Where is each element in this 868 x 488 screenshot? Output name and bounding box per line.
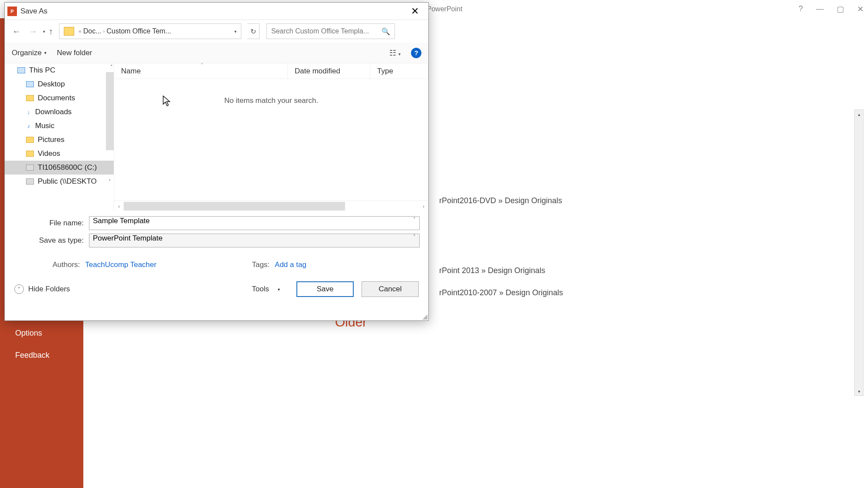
breadcrumb-seg[interactable]: Doc... xyxy=(83,27,102,35)
dialog-fields: File name: Sample Template ˅ Save as typ… xyxy=(5,211,428,256)
file-list-hscrollbar[interactable]: ‹ › xyxy=(114,201,428,211)
savetype-label: Save as type: xyxy=(11,236,89,245)
breadcrumb-guillemet[interactable]: « xyxy=(79,28,82,34)
hide-folders-button[interactable]: ˄ Hide Folders xyxy=(14,284,70,294)
chevron-down-icon[interactable]: ˅ xyxy=(108,179,111,185)
column-name-label: Name xyxy=(121,67,141,76)
authors-value[interactable]: TeachUcomp Teacher xyxy=(85,260,156,269)
recent-path[interactable]: rPoint 2013 » Design Originals xyxy=(439,266,851,275)
filename-label: File name: xyxy=(11,219,89,228)
scroll-down-icon[interactable]: ▾ xyxy=(855,387,863,396)
tree-label: This PC xyxy=(29,66,55,75)
sort-asc-icon: ˄ xyxy=(201,63,203,67)
help-button[interactable]: ? xyxy=(411,48,421,58)
tree-scroll-up-icon[interactable]: ˄ xyxy=(110,64,113,70)
scroll-thumb[interactable] xyxy=(124,202,345,211)
view-options-button[interactable]: ☷ ▾ xyxy=(389,48,401,58)
tree-item-videos[interactable]: Videos xyxy=(5,147,114,161)
chevron-up-icon: ˄ xyxy=(14,284,24,294)
dialog-titlebar: P Save As ✕ xyxy=(5,3,428,20)
search-box[interactable]: 🔍 xyxy=(266,23,395,39)
refresh-button[interactable]: ↻ xyxy=(247,23,260,39)
network-drive-icon xyxy=(26,178,34,185)
help-icon[interactable]: ? xyxy=(799,4,803,14)
recent-path[interactable]: rPoint2010-2007 » Design Originals xyxy=(439,288,851,297)
scroll-left-icon[interactable]: ‹ xyxy=(114,201,124,211)
tree-item-documents[interactable]: Documents xyxy=(5,91,114,105)
nav-up-button[interactable]: ↑ xyxy=(49,26,53,36)
filename-value: Sample Template xyxy=(93,217,150,225)
recent-path[interactable]: rPoint2016-DVD » Design Originals xyxy=(439,196,851,205)
close-icon[interactable]: ✕ xyxy=(857,4,864,14)
sidebar-item-feedback[interactable]: Feedback xyxy=(0,344,83,366)
address-dropdown-icon[interactable]: ▾ xyxy=(232,29,239,34)
new-folder-button[interactable]: New folder xyxy=(57,49,92,57)
dialog-nav: ← → ▾ ↑ « Doc... › Custom Office Tem... … xyxy=(5,20,428,43)
tree-scrollbar[interactable] xyxy=(106,72,114,150)
tree-label: Music xyxy=(35,122,54,130)
ppt-window-controls: ? — ▢ ✕ xyxy=(799,4,864,14)
scroll-up-icon[interactable]: ▴ xyxy=(855,110,863,119)
tree-label: Public (\\DESKTO xyxy=(38,177,97,186)
videos-icon xyxy=(26,151,34,157)
tools-dropdown[interactable]: Tools ▾ xyxy=(252,285,280,293)
save-button[interactable]: Save xyxy=(296,281,354,297)
dialog-close-button[interactable]: ✕ xyxy=(404,3,426,19)
dialog-title: Save As xyxy=(20,7,404,16)
breadcrumb-seg[interactable]: Custom Office Tem... xyxy=(106,27,171,35)
empty-message: No items match your search. xyxy=(114,79,428,122)
resize-grip[interactable] xyxy=(421,313,427,320)
tree-item-network-drive[interactable]: Public (\\DESKTO ˅ xyxy=(5,175,114,188)
organize-label: Organize xyxy=(12,49,42,57)
tree-item-drive-c[interactable]: TI10658600C (C:) xyxy=(5,161,114,175)
minimize-icon[interactable]: — xyxy=(816,4,824,14)
chevron-down-icon: ▾ xyxy=(278,287,280,292)
desktop-icon xyxy=(26,81,34,87)
downloads-icon: ↓ xyxy=(26,109,32,115)
chevron-down-icon[interactable]: ˅ xyxy=(413,217,416,222)
column-date[interactable]: Date modified xyxy=(288,63,370,79)
nav-history-dropdown[interactable]: ▾ xyxy=(43,29,45,34)
search-icon[interactable]: 🔍 xyxy=(381,27,390,36)
filename-input[interactable]: Sample Template ˅ xyxy=(89,216,420,230)
dialog-footer: ˄ Hide Folders Tools ▾ Save Cancel xyxy=(5,274,428,305)
tree-label: Downloads xyxy=(35,108,72,116)
drive-icon xyxy=(26,165,34,171)
address-bar[interactable]: « Doc... › Custom Office Tem... ▾ xyxy=(59,23,241,39)
pictures-icon xyxy=(26,137,34,143)
nav-back-button[interactable]: ← xyxy=(10,25,23,38)
nav-forward-button[interactable]: → xyxy=(26,25,39,38)
tree-label: TI10658600C (C:) xyxy=(38,163,97,172)
maximize-icon[interactable]: ▢ xyxy=(837,4,844,14)
authors-label: Authors: xyxy=(53,260,80,269)
savetype-value: PowerPoint Template xyxy=(93,234,162,242)
column-name[interactable]: Name ˄ xyxy=(114,63,288,79)
dialog-toolbar: Organize ▾ New folder ☷ ▾ ? xyxy=(5,43,428,63)
ppt-scrollbar[interactable]: ▴ ▾ xyxy=(854,109,864,396)
folder-icon xyxy=(64,27,74,36)
folder-tree: ˄ This PC Desktop Documents ↓ Downloads … xyxy=(5,63,114,211)
chevron-down-icon: ▾ xyxy=(44,50,46,55)
hide-folders-label: Hide Folders xyxy=(28,285,70,293)
cancel-button[interactable]: Cancel xyxy=(362,281,419,297)
tree-item-downloads[interactable]: ↓ Downloads xyxy=(5,105,114,119)
tags-label: Tags: xyxy=(252,260,270,269)
tree-item-pictures[interactable]: Pictures xyxy=(5,133,114,147)
tags-value[interactable]: Add a tag xyxy=(275,260,306,269)
tree-item-music[interactable]: ♪ Music xyxy=(5,119,114,133)
tree-item-desktop[interactable]: Desktop xyxy=(5,77,114,91)
music-icon: ♪ xyxy=(26,122,32,129)
chevron-right-icon[interactable]: › xyxy=(103,28,105,34)
dialog-body: ˄ This PC Desktop Documents ↓ Downloads … xyxy=(5,63,428,211)
file-list-panel: Name ˄ Date modified Type No items match… xyxy=(114,63,428,211)
chevron-down-icon[interactable]: ˅ xyxy=(413,234,416,240)
organize-button[interactable]: Organize ▾ xyxy=(12,49,46,57)
tree-label: Videos xyxy=(38,149,60,158)
save-as-dialog: P Save As ✕ ← → ▾ ↑ « Doc... › Custom Of… xyxy=(4,2,429,321)
tree-item-this-pc[interactable]: This PC xyxy=(5,63,114,77)
column-type[interactable]: Type xyxy=(370,63,428,79)
sidebar-item-options[interactable]: Options xyxy=(0,322,83,344)
search-input[interactable] xyxy=(271,27,381,35)
scroll-right-icon[interactable]: › xyxy=(419,201,428,211)
savetype-dropdown[interactable]: PowerPoint Template ˅ xyxy=(89,234,420,247)
